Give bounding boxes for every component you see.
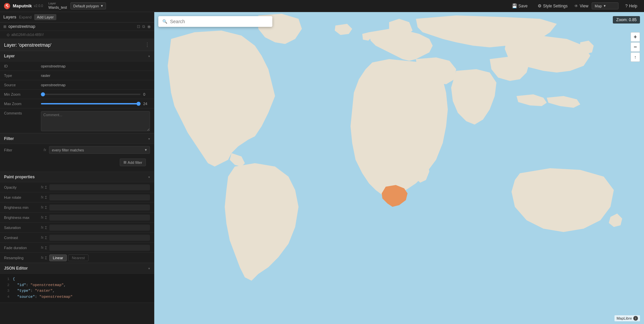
brightness-max-label: Brightness max — [4, 216, 41, 220]
json-line-3: 3 "type": "raster", — [4, 288, 150, 294]
paint-opacity: Opacity fx Σ 1 — [0, 182, 154, 192]
paint-fade-duration: Fade duration fx Σ 300 — [0, 243, 154, 253]
view-label: View — [580, 4, 588, 8]
visibility-icon[interactable]: ◉ — [147, 24, 151, 29]
save-label: Save — [519, 4, 528, 8]
json-line-4: 4 "source": "openstreetmap" — [4, 294, 150, 300]
raster-layer-icon: ⊞ — [3, 25, 6, 29]
layer-item-name: openstreetmap — [8, 24, 135, 29]
zoom-in-button[interactable]: + — [631, 32, 640, 42]
brightness-min-input[interactable]: 0 — [49, 204, 150, 211]
sidebar: Layers Expand Add Layer ⊞ openstreetmap … — [0, 12, 154, 324]
layer-section-chevron: ▾ — [148, 54, 150, 58]
json-content[interactable]: 1 { 2 "id": "openstreetmap", 3 "type": "… — [0, 274, 154, 303]
saturation-label: Saturation — [4, 226, 41, 230]
json-editor-title: JSON Editor — [4, 266, 148, 271]
saturation-fx: fx Σ — [41, 226, 47, 230]
json-editor-chevron: ▾ — [148, 267, 150, 270]
hue-rotate-input[interactable]: 0 — [49, 194, 150, 200]
map-dropdown[interactable]: Map ▾ — [592, 2, 619, 9]
json-editor-header[interactable]: JSON Editor ▾ — [0, 263, 154, 274]
layer-item-openstreetmap[interactable]: ⊞ openstreetmap ⊡ ⧉ ◉ — [0, 22, 154, 31]
polygon-dropdown-label: Default polygon — [73, 4, 99, 8]
layer-item-sub[interactable]: ◇ a8d1264f-cb1d-485f-f — [0, 31, 154, 39]
more-options-button[interactable]: ⋮ — [145, 42, 150, 48]
search-icon: 🔍 — [162, 19, 167, 24]
filter-section: Filter ▾ Filter fx every filter matches … — [0, 134, 154, 172]
add-layer-button[interactable]: Add Layer — [34, 14, 56, 20]
opacity-input[interactable]: 1 — [49, 184, 150, 190]
map-area[interactable]: 🔍 Zoom: 0.85 + − ↑ — [154, 12, 644, 324]
max-zoom-value: 24 — [143, 102, 150, 106]
add-filter-container: ⊞ Add filter — [0, 156, 154, 172]
saturation-input[interactable]: 0 — [49, 225, 150, 231]
paint-hue-rotate: Hue rotate fx Σ 0 — [0, 192, 154, 202]
filter-section-content: Filter fx every filter matches ▾ ⊞ Add f… — [0, 144, 154, 172]
filter-dropdown-value: every filter matches — [52, 148, 84, 152]
paint-section-title: Paint properties — [4, 175, 148, 179]
expand-button[interactable]: Expand — [19, 15, 32, 19]
help-button[interactable]: ? Help — [622, 2, 641, 10]
layer-section-header[interactable]: Layer ▾ — [0, 51, 154, 61]
prop-id: ID openstreetmap — [0, 61, 154, 71]
prop-comments: Comments — [0, 108, 154, 133]
paint-resampling: Resampling fx Σ Linear Nearest — [0, 253, 154, 263]
min-zoom-slider[interactable] — [41, 94, 141, 95]
duplicate-icon[interactable]: ⊡ — [137, 24, 140, 29]
compass-button[interactable]: ↑ — [631, 52, 640, 62]
prop-source: Source openstreetmap — [0, 80, 154, 90]
eye-icon: 👁 — [574, 4, 578, 8]
resampling-fx: fx Σ — [41, 256, 47, 260]
fade-duration-input[interactable]: 300 — [49, 245, 150, 251]
add-filter-button[interactable]: ⊞ Add filter — [120, 158, 146, 166]
save-button[interactable]: 💾 Save — [508, 2, 531, 10]
logo-icon — [3, 2, 11, 10]
brightness-max-input[interactable]: 1 — [49, 215, 150, 221]
filter-fx-icons: fx — [44, 148, 46, 152]
filter-dropdown[interactable]: every filter matches ▾ — [49, 146, 150, 154]
sublayer-icon: ◇ — [7, 33, 9, 37]
svg-point-1 — [6, 4, 8, 5]
type-label: Type — [4, 74, 41, 78]
main-layout: Layers Expand Add Layer ⊞ openstreetmap … — [0, 12, 644, 324]
filter-dropdown-chevron: ▾ — [145, 148, 147, 152]
id-value: openstreetmap — [41, 64, 150, 68]
hue-rotate-fx: fx Σ — [41, 195, 47, 199]
contrast-input[interactable]: 0 — [49, 235, 150, 241]
comments-label: Comments — [4, 111, 41, 115]
copy-icon[interactable]: ⧉ — [142, 24, 145, 29]
max-zoom-label: Max Zoom — [4, 102, 41, 106]
source-value: openstreetmap — [41, 83, 150, 87]
resampling-linear-button[interactable]: Linear — [49, 254, 67, 261]
style-settings-button[interactable]: ⚙ Style Settings — [534, 2, 571, 10]
source-label: Source — [4, 83, 41, 87]
fx-icon: fx — [44, 148, 46, 152]
save-icon: 💾 — [512, 3, 517, 8]
prop-max-zoom: Max Zoom 24 — [0, 99, 154, 108]
zoom-out-button[interactable]: − — [631, 42, 640, 52]
layer-section-title: Layer — [4, 54, 148, 58]
map-dropdown-chevron: ▾ — [604, 4, 606, 8]
filter-section-header[interactable]: Filter ▾ — [0, 134, 154, 144]
paint-section-header[interactable]: Paint properties ▾ — [0, 172, 154, 182]
json-editor-section: JSON Editor ▾ 1 { 2 "id": "openstreetmap… — [0, 263, 154, 303]
max-zoom-slider[interactable] — [41, 103, 141, 104]
fade-duration-fx: fx Σ — [41, 246, 47, 250]
hue-rotate-label: Hue rotate — [4, 195, 41, 199]
search-input[interactable] — [170, 19, 268, 24]
layers-header: Layers Expand Add Layer — [0, 12, 154, 22]
layers-title: Layers — [3, 15, 16, 19]
help-label: Help — [629, 4, 637, 8]
map-credit: MapLibre i — [614, 315, 640, 321]
paint-section: Paint properties ▾ Opacity fx Σ 1 Hue ro… — [0, 172, 154, 263]
polygon-dropdown[interactable]: Default polygon ▾ — [70, 2, 106, 9]
filter-row: Filter fx every filter matches ▾ — [0, 144, 154, 156]
help-icon: ? — [625, 3, 628, 8]
comments-textarea[interactable] — [41, 111, 150, 131]
layer-title-bar: Layer: 'openstreetmap' ⋮ — [0, 39, 154, 51]
resampling-label: Resampling — [4, 256, 41, 260]
topbar-layer-name: Wards_test — [48, 5, 67, 10]
resampling-nearest-button[interactable]: Nearest — [68, 254, 89, 261]
topbar: Maputnik v2.0.0 Layer Wards_test Default… — [0, 0, 644, 12]
style-settings-label: Style Settings — [543, 4, 568, 8]
